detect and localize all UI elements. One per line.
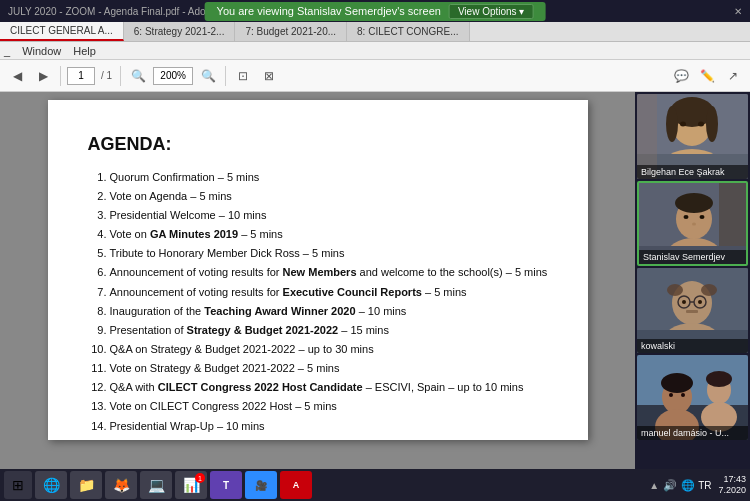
svg-point-8 [698, 122, 704, 127]
menu-help[interactable]: Help [73, 45, 96, 57]
main-area: AGENDA: Quorum Confirmation – 5 mins Vot… [0, 92, 750, 483]
acrobat-toolbar: ◀ ▶ / 1 🔍 🔍 ⊡ ⊠ 💬 ✏️ ↗ [0, 60, 750, 92]
taskbar: ⊞ 🌐 📁 🦊 💻 📊 1 T 🎥 A ▲ 🔊 🌐 TR 17:43 7.202… [0, 469, 750, 501]
list-item: Presidential Welcome – 10 mins [110, 206, 548, 224]
page-count: / 1 [101, 70, 112, 81]
tab-cilect-general[interactable]: CILECT GENERAL A... [0, 22, 124, 41]
list-item: Presidential Wrap-Up – 10 mins [110, 417, 548, 435]
video-name-3: kowalski [637, 339, 748, 353]
system-clock: 17:43 7.2020 [718, 474, 746, 496]
list-item: Vote on GA Minutes 2019 – 5 mins [110, 225, 548, 243]
toolbar-fit-width[interactable]: ⊠ [258, 65, 280, 87]
taskbar-store[interactable]: 💻 [140, 471, 172, 499]
agenda-list: Quorum Confirmation – 5 mins Vote on Age… [88, 168, 548, 435]
taskbar-ie[interactable]: 🌐 [35, 471, 67, 499]
tray-up-arrow[interactable]: ▲ [649, 480, 659, 491]
svg-point-40 [681, 393, 685, 397]
video-panel: Bilgehan Ece Şakrak [635, 92, 750, 483]
system-tray: ▲ 🔊 🌐 [649, 479, 695, 492]
video-thumb-4[interactable]: manuel damásio - U... [637, 355, 748, 440]
notification-badge: 1 [195, 473, 205, 483]
taskbar-powerpoint[interactable]: 📊 1 [175, 471, 207, 499]
svg-point-18 [700, 215, 705, 219]
list-item: Inauguration of the Teaching Award Winne… [110, 302, 548, 320]
list-item: Vote on Strategy & Budget 2021-2022 – 5 … [110, 359, 548, 377]
list-item: Vote on Agenda – 5 mins [110, 187, 548, 205]
list-item: Presentation of Strategy & Budget 2021-2… [110, 321, 548, 339]
svg-point-43 [706, 371, 732, 387]
menu-window[interactable]: Window [22, 45, 61, 57]
clock-date: 7.2020 [718, 485, 746, 496]
tab-strategy[interactable]: 6: Strategy 2021-2... [124, 22, 236, 41]
toolbar-zoom-in[interactable]: 🔍 [197, 65, 219, 87]
list-item: Quorum Confirmation – 5 mins [110, 168, 548, 186]
zoom-controls: ✕ [734, 6, 742, 17]
video-name-1: Bilgehan Ece Şakrak [637, 165, 748, 179]
toolbar-pencil[interactable]: ✏️ [696, 65, 718, 87]
svg-point-19 [692, 223, 696, 226]
zoom-input[interactable] [153, 67, 193, 85]
toolbar-next-page[interactable]: ▶ [32, 65, 54, 87]
pdf-page: AGENDA: Quorum Confirmation – 5 mins Vot… [48, 100, 588, 440]
svg-point-6 [706, 106, 718, 142]
menu-bar: _ Window Help [0, 42, 750, 60]
svg-point-38 [661, 373, 693, 393]
notification-text: You are viewing Stanislav Semerdjev's sc… [217, 5, 441, 17]
video-thumb-1[interactable]: Bilgehan Ece Şakrak [637, 94, 748, 179]
taskbar-acrobat[interactable]: A [280, 471, 312, 499]
toolbar-share[interactable]: ↗ [722, 65, 744, 87]
tray-icon1: 🔊 [663, 479, 677, 492]
acrobat-tab-bar: CILECT GENERAL A... 6: Strategy 2021-2..… [0, 22, 750, 42]
list-item: Announcement of voting results for New M… [110, 263, 548, 281]
tab-budget[interactable]: 7: Budget 2021-20... [235, 22, 347, 41]
toolbar-sep3 [225, 66, 226, 86]
svg-point-17 [684, 215, 689, 219]
agenda-title: AGENDA: [88, 130, 548, 160]
list-item: Announcement of voting results for Execu… [110, 283, 548, 301]
toolbar-comment[interactable]: 💬 [670, 65, 692, 87]
taskbar-zoom[interactable]: 🎥 [245, 471, 277, 499]
svg-point-31 [698, 300, 702, 304]
zoom-bar: JULY 2020 - ZOOM - Agenda Final.pdf - Ad… [0, 0, 750, 22]
list-item: Tribute to Honorary Member Dick Ross – 5… [110, 244, 548, 262]
list-item: Q&A with CILECT Congress 2022 Host Candi… [110, 378, 548, 396]
list-item: Q&A on Strategy & Budget 2021-2022 – up … [110, 340, 548, 358]
language-indicator[interactable]: TR [698, 480, 711, 491]
tray-icon2: 🌐 [681, 479, 695, 492]
toolbar-zoom-out[interactable]: 🔍 [127, 65, 149, 87]
tab-congress[interactable]: 8: CILECT CONGRE... [347, 22, 470, 41]
clock-time: 17:43 [718, 474, 746, 485]
pdf-area: AGENDA: Quorum Confirmation – 5 mins Vot… [0, 92, 635, 483]
svg-point-30 [682, 300, 686, 304]
screen-share-notification: You are viewing Stanislav Semerdjev's sc… [205, 2, 546, 21]
start-button[interactable]: ⊞ [4, 471, 32, 499]
svg-point-16 [675, 193, 713, 213]
page-number-input[interactable] [67, 67, 95, 85]
taskbar-teams[interactable]: T [210, 471, 242, 499]
svg-rect-32 [686, 310, 698, 313]
taskbar-explorer[interactable]: 📁 [70, 471, 102, 499]
svg-point-39 [669, 393, 673, 397]
toolbar-fit-page[interactable]: ⊡ [232, 65, 254, 87]
view-options-button[interactable]: View Options ▾ [449, 4, 534, 19]
list-item: Vote on CILECT Congress 2022 Host – 5 mi… [110, 397, 548, 415]
toolbar-sep1 [60, 66, 61, 86]
video-thumb-3[interactable]: kowalski [637, 268, 748, 353]
toolbar-sep2 [120, 66, 121, 86]
toolbar-prev-page[interactable]: ◀ [6, 65, 28, 87]
svg-point-25 [667, 284, 683, 296]
video-name-2: Stanislav Semerdjev [639, 250, 746, 264]
video-name-4: manuel damásio - U... [637, 426, 748, 440]
svg-point-26 [701, 284, 717, 296]
svg-point-7 [680, 122, 686, 127]
video-thumb-2[interactable]: Stanislav Semerdjev [637, 181, 748, 266]
menu-underscore[interactable]: _ [4, 45, 10, 57]
svg-point-5 [666, 106, 678, 142]
taskbar-firefox[interactable]: 🦊 [105, 471, 137, 499]
